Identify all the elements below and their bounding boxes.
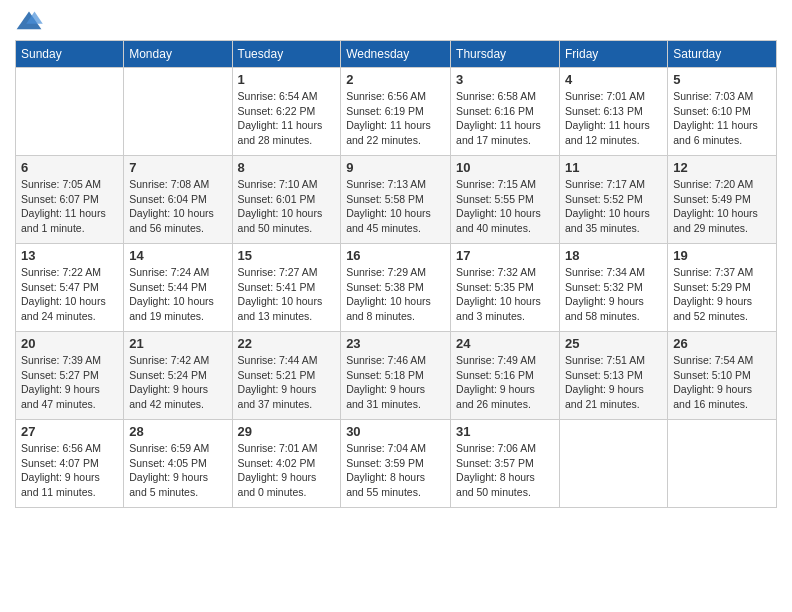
day-number: 21 — [129, 336, 226, 351]
day-cell: 30Sunrise: 7:04 AMSunset: 3:59 PMDayligh… — [341, 420, 451, 508]
day-cell — [668, 420, 777, 508]
day-cell: 22Sunrise: 7:44 AMSunset: 5:21 PMDayligh… — [232, 332, 341, 420]
day-number: 2 — [346, 72, 445, 87]
day-number: 31 — [456, 424, 554, 439]
day-cell: 28Sunrise: 6:59 AMSunset: 4:05 PMDayligh… — [124, 420, 232, 508]
header-saturday: Saturday — [668, 41, 777, 68]
day-info: Sunrise: 7:46 AMSunset: 5:18 PMDaylight:… — [346, 353, 445, 412]
day-number: 9 — [346, 160, 445, 175]
day-number: 25 — [565, 336, 662, 351]
day-number: 16 — [346, 248, 445, 263]
header-sunday: Sunday — [16, 41, 124, 68]
day-number: 10 — [456, 160, 554, 175]
day-number: 1 — [238, 72, 336, 87]
day-info: Sunrise: 7:44 AMSunset: 5:21 PMDaylight:… — [238, 353, 336, 412]
day-cell: 25Sunrise: 7:51 AMSunset: 5:13 PMDayligh… — [560, 332, 668, 420]
day-number: 7 — [129, 160, 226, 175]
day-number: 26 — [673, 336, 771, 351]
day-number: 20 — [21, 336, 118, 351]
day-cell: 24Sunrise: 7:49 AMSunset: 5:16 PMDayligh… — [451, 332, 560, 420]
day-cell: 4Sunrise: 7:01 AMSunset: 6:13 PMDaylight… — [560, 68, 668, 156]
day-cell: 10Sunrise: 7:15 AMSunset: 5:55 PMDayligh… — [451, 156, 560, 244]
day-info: Sunrise: 7:34 AMSunset: 5:32 PMDaylight:… — [565, 265, 662, 324]
header-tuesday: Tuesday — [232, 41, 341, 68]
day-cell: 14Sunrise: 7:24 AMSunset: 5:44 PMDayligh… — [124, 244, 232, 332]
week-row-1: 1Sunrise: 6:54 AMSunset: 6:22 PMDaylight… — [16, 68, 777, 156]
day-number: 3 — [456, 72, 554, 87]
day-cell: 16Sunrise: 7:29 AMSunset: 5:38 PMDayligh… — [341, 244, 451, 332]
day-cell: 23Sunrise: 7:46 AMSunset: 5:18 PMDayligh… — [341, 332, 451, 420]
day-cell: 8Sunrise: 7:10 AMSunset: 6:01 PMDaylight… — [232, 156, 341, 244]
day-info: Sunrise: 7:39 AMSunset: 5:27 PMDaylight:… — [21, 353, 118, 412]
day-number: 27 — [21, 424, 118, 439]
day-cell: 9Sunrise: 7:13 AMSunset: 5:58 PMDaylight… — [341, 156, 451, 244]
day-cell: 3Sunrise: 6:58 AMSunset: 6:16 PMDaylight… — [451, 68, 560, 156]
day-cell: 15Sunrise: 7:27 AMSunset: 5:41 PMDayligh… — [232, 244, 341, 332]
day-info: Sunrise: 7:42 AMSunset: 5:24 PMDaylight:… — [129, 353, 226, 412]
day-number: 24 — [456, 336, 554, 351]
day-number: 28 — [129, 424, 226, 439]
day-number: 5 — [673, 72, 771, 87]
header-friday: Friday — [560, 41, 668, 68]
day-cell: 5Sunrise: 7:03 AMSunset: 6:10 PMDaylight… — [668, 68, 777, 156]
day-info: Sunrise: 7:37 AMSunset: 5:29 PMDaylight:… — [673, 265, 771, 324]
logo — [15, 10, 47, 32]
day-number: 15 — [238, 248, 336, 263]
day-info: Sunrise: 7:01 AMSunset: 4:02 PMDaylight:… — [238, 441, 336, 500]
day-cell: 18Sunrise: 7:34 AMSunset: 5:32 PMDayligh… — [560, 244, 668, 332]
page-header — [15, 10, 777, 32]
day-info: Sunrise: 7:17 AMSunset: 5:52 PMDaylight:… — [565, 177, 662, 236]
logo-icon — [15, 10, 43, 32]
day-info: Sunrise: 7:05 AMSunset: 6:07 PMDaylight:… — [21, 177, 118, 236]
day-cell: 31Sunrise: 7:06 AMSunset: 3:57 PMDayligh… — [451, 420, 560, 508]
day-info: Sunrise: 7:04 AMSunset: 3:59 PMDaylight:… — [346, 441, 445, 500]
day-cell: 29Sunrise: 7:01 AMSunset: 4:02 PMDayligh… — [232, 420, 341, 508]
day-cell: 2Sunrise: 6:56 AMSunset: 6:19 PMDaylight… — [341, 68, 451, 156]
day-info: Sunrise: 7:24 AMSunset: 5:44 PMDaylight:… — [129, 265, 226, 324]
day-cell: 27Sunrise: 6:56 AMSunset: 4:07 PMDayligh… — [16, 420, 124, 508]
day-number: 6 — [21, 160, 118, 175]
day-info: Sunrise: 6:58 AMSunset: 6:16 PMDaylight:… — [456, 89, 554, 148]
day-info: Sunrise: 7:29 AMSunset: 5:38 PMDaylight:… — [346, 265, 445, 324]
day-number: 22 — [238, 336, 336, 351]
day-cell: 19Sunrise: 7:37 AMSunset: 5:29 PMDayligh… — [668, 244, 777, 332]
day-cell — [560, 420, 668, 508]
header-wednesday: Wednesday — [341, 41, 451, 68]
day-info: Sunrise: 7:08 AMSunset: 6:04 PMDaylight:… — [129, 177, 226, 236]
day-cell: 12Sunrise: 7:20 AMSunset: 5:49 PMDayligh… — [668, 156, 777, 244]
week-row-3: 13Sunrise: 7:22 AMSunset: 5:47 PMDayligh… — [16, 244, 777, 332]
day-cell — [16, 68, 124, 156]
day-info: Sunrise: 7:54 AMSunset: 5:10 PMDaylight:… — [673, 353, 771, 412]
day-cell: 11Sunrise: 7:17 AMSunset: 5:52 PMDayligh… — [560, 156, 668, 244]
day-number: 14 — [129, 248, 226, 263]
day-info: Sunrise: 7:27 AMSunset: 5:41 PMDaylight:… — [238, 265, 336, 324]
day-info: Sunrise: 7:32 AMSunset: 5:35 PMDaylight:… — [456, 265, 554, 324]
day-number: 19 — [673, 248, 771, 263]
day-number: 23 — [346, 336, 445, 351]
day-info: Sunrise: 7:49 AMSunset: 5:16 PMDaylight:… — [456, 353, 554, 412]
day-cell: 26Sunrise: 7:54 AMSunset: 5:10 PMDayligh… — [668, 332, 777, 420]
day-cell: 6Sunrise: 7:05 AMSunset: 6:07 PMDaylight… — [16, 156, 124, 244]
day-number: 29 — [238, 424, 336, 439]
day-cell: 21Sunrise: 7:42 AMSunset: 5:24 PMDayligh… — [124, 332, 232, 420]
day-info: Sunrise: 7:01 AMSunset: 6:13 PMDaylight:… — [565, 89, 662, 148]
calendar-table: SundayMondayTuesdayWednesdayThursdayFrid… — [15, 40, 777, 508]
day-number: 13 — [21, 248, 118, 263]
week-row-5: 27Sunrise: 6:56 AMSunset: 4:07 PMDayligh… — [16, 420, 777, 508]
day-cell — [124, 68, 232, 156]
week-row-2: 6Sunrise: 7:05 AMSunset: 6:07 PMDaylight… — [16, 156, 777, 244]
day-info: Sunrise: 7:20 AMSunset: 5:49 PMDaylight:… — [673, 177, 771, 236]
day-number: 30 — [346, 424, 445, 439]
day-info: Sunrise: 6:54 AMSunset: 6:22 PMDaylight:… — [238, 89, 336, 148]
day-number: 18 — [565, 248, 662, 263]
day-info: Sunrise: 7:13 AMSunset: 5:58 PMDaylight:… — [346, 177, 445, 236]
day-info: Sunrise: 6:56 AMSunset: 6:19 PMDaylight:… — [346, 89, 445, 148]
day-cell: 1Sunrise: 6:54 AMSunset: 6:22 PMDaylight… — [232, 68, 341, 156]
header-monday: Monday — [124, 41, 232, 68]
day-info: Sunrise: 7:15 AMSunset: 5:55 PMDaylight:… — [456, 177, 554, 236]
day-info: Sunrise: 7:10 AMSunset: 6:01 PMDaylight:… — [238, 177, 336, 236]
day-cell: 13Sunrise: 7:22 AMSunset: 5:47 PMDayligh… — [16, 244, 124, 332]
day-info: Sunrise: 6:59 AMSunset: 4:05 PMDaylight:… — [129, 441, 226, 500]
header-row: SundayMondayTuesdayWednesdayThursdayFrid… — [16, 41, 777, 68]
day-cell: 7Sunrise: 7:08 AMSunset: 6:04 PMDaylight… — [124, 156, 232, 244]
